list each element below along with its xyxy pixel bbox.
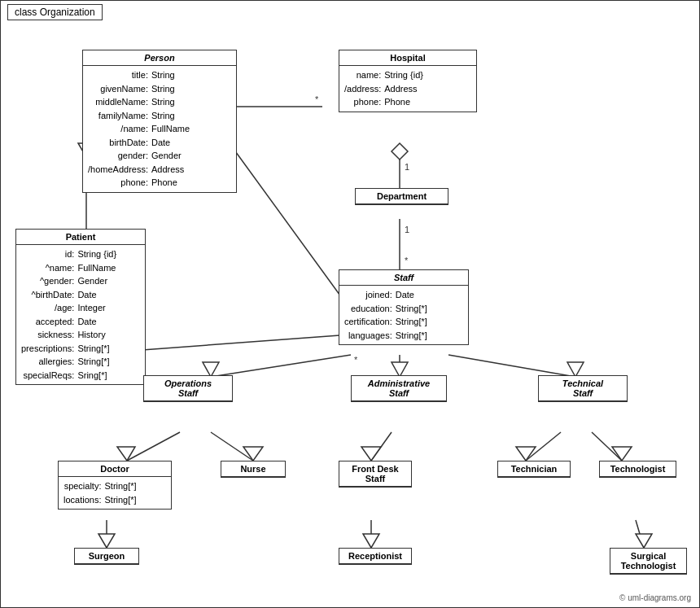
staff-class: Staff joined:Date education:String[*] ce… [339,269,469,345]
department-class-header: Department [356,189,448,204]
surgical-technologist-class: SurgicalTechnologist [610,548,687,575]
svg-line-29 [526,432,561,461]
svg-line-31 [592,432,622,461]
svg-marker-32 [612,447,632,461]
technologist-header: Technologist [600,461,676,477]
svg-marker-34 [98,534,115,548]
nurse-header: Nurse [221,461,285,477]
nurse-class: Nurse [221,461,286,478]
person-class-header: Person [83,50,236,66]
surgeon-class: Surgeon [74,548,139,565]
svg-marker-28 [361,447,381,461]
svg-text:*: * [315,94,319,104]
technician-class: Technician [497,461,571,478]
staff-class-body: joined:Date education:String[*] certific… [339,286,468,344]
svg-text:1: 1 [405,225,409,234]
doctor-header: Doctor [59,461,171,477]
staff-class-header: Staff [339,270,468,286]
technologist-class: Technologist [599,461,676,478]
svg-line-23 [127,432,180,461]
svg-line-12 [221,131,351,310]
copyright: © uml-diagrams.org [619,593,691,602]
svg-marker-38 [636,534,652,548]
department-class: Department [355,188,448,205]
svg-marker-36 [363,534,379,548]
administrative-staff-header: AdministrativeStaff [352,376,446,401]
svg-text:*: * [354,355,358,365]
person-class: Person title:String givenName:String mid… [82,50,237,193]
surgeon-header: Surgeon [75,549,138,564]
svg-line-37 [636,520,644,548]
operations-staff-class: OperationsStaff [143,375,233,402]
svg-line-17 [211,355,351,377]
diagram-title: class Organization [7,4,103,20]
receptionist-class: Receptionist [339,548,412,565]
svg-marker-24 [117,447,135,461]
svg-text:1: 1 [405,162,409,172]
surgical-technologist-header: SurgicalTechnologist [610,549,686,574]
diagram: class Organization * * 1 * 1 * * * [0,0,700,608]
svg-line-25 [211,432,253,461]
technical-staff-class: TechnicalStaff [538,375,628,402]
technician-header: Technician [498,461,570,477]
administrative-staff-class: AdministrativeStaff [351,375,447,402]
patient-class: Patient id:String {id} ^name:FullName ^g… [15,229,146,385]
front-desk-staff-class: Front DeskStaff [339,461,412,488]
hospital-class-header: Hospital [339,50,476,66]
doctor-class: Doctor specialty:String[*] locations:Str… [58,461,172,510]
technical-staff-header: TechnicalStaff [539,376,627,401]
svg-line-21 [448,355,575,377]
svg-line-27 [371,432,392,461]
svg-marker-3 [392,143,408,160]
svg-line-14 [131,335,351,351]
doctor-body: specialty:String[*] locations:String[*] [59,477,171,509]
svg-marker-26 [243,447,263,461]
svg-text:*: * [405,256,409,265]
receptionist-header: Receptionist [339,549,411,564]
patient-class-header: Patient [16,230,145,245]
hospital-class: Hospital name:String {id} /address:Addre… [339,50,477,112]
person-class-body: title:String givenName:String middleName… [83,66,236,192]
svg-marker-30 [516,447,536,461]
hospital-class-body: name:String {id} /address:Address phone:… [339,66,476,112]
patient-class-body: id:String {id} ^name:FullName ^gender:Ge… [16,245,145,384]
front-desk-staff-header: Front DeskStaff [339,461,411,487]
operations-staff-header: OperationsStaff [144,376,232,401]
